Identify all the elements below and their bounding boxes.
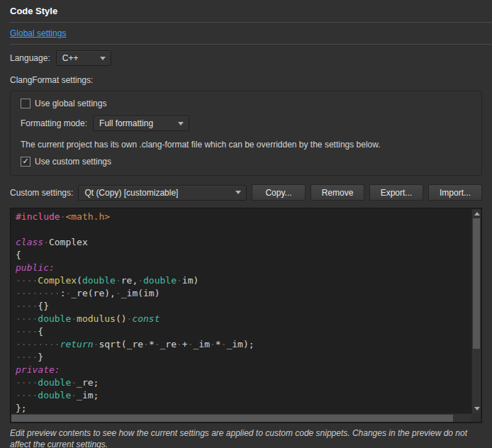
code-line: ····double·_re; [16,376,471,389]
export-button[interactable]: Export... [369,184,423,201]
scrollbar-corner [471,413,481,422]
preview-hint-text: Edit preview contents to see how the cur… [10,428,482,448]
code-preview-content[interactable]: #include·<math.h> class·Complex{public:·… [11,209,471,413]
code-line: }; [16,402,471,413]
vertical-scrollbar[interactable] [471,209,481,413]
chevron-down-icon [100,57,106,60]
code-line: class·Complex [16,236,471,249]
language-label: Language: [10,53,50,63]
formatting-mode-value: Full formatting [99,118,153,128]
language-select-value: C++ [62,53,79,63]
code-preview-editor[interactable]: #include·<math.h> class·Complex{public:·… [10,208,482,423]
code-line: ····} [16,351,471,364]
formatting-mode-row: Formatting mode: Full formatting [21,116,471,131]
code-line: ····Complex(double·re,·double·im) [16,274,471,287]
chevron-down-icon [178,122,184,125]
page-title: Code Style [10,6,482,16]
code-line: ········return·sqrt(_re·*·_re·+·_im·*·_i… [16,338,471,351]
language-row: Language: C++ [10,50,482,66]
code-line: ····{} [16,300,471,313]
chevron-down-icon [235,191,241,194]
vertical-scrollbar-thumb[interactable] [473,218,480,349]
divider [10,22,492,23]
checkbox-box[interactable]: ✓ [21,99,30,108]
code-line: ····double·modulus()·const [16,313,471,325]
custom-settings-value: Qt (Copy) [customizable] [84,188,178,198]
code-line [16,223,471,236]
scroll-down-icon[interactable] [472,404,481,413]
code-line: #include·<math.h> [16,211,471,223]
global-settings-link[interactable]: Global settings [10,28,66,38]
horizontal-scrollbar-thumb[interactable] [11,415,453,422]
language-select[interactable]: C++ [56,50,111,66]
divider [10,44,492,45]
code-style-panel: Code Style Global settings Language: C++… [0,0,492,448]
clangformat-section-label: ClangFormat settings: [10,75,482,85]
use-global-settings-checkbox[interactable]: ✓ Use global settings [21,99,471,108]
scroll-up-icon[interactable] [472,209,481,218]
checkbox-box[interactable]: ✓ [21,157,30,167]
custom-settings-label: Custom settings: [10,188,73,198]
clang-format-info-text: The current project has its own .clang-f… [21,140,471,150]
formatting-mode-label: Formatting mode: [21,118,87,128]
copy-button[interactable]: Copy... [252,184,306,201]
remove-button[interactable]: Remove [311,184,364,201]
checkmark-icon: ✓ [22,157,28,165]
code-line: public: [16,262,471,274]
use-global-settings-label: Use global settings [35,99,106,108]
import-button[interactable]: Import... [428,184,482,201]
custom-settings-select[interactable]: Qt (Copy) [customizable] [78,185,247,201]
custom-settings-row: Custom settings: Qt (Copy) [customizable… [10,184,482,201]
code-line: ····{ [16,325,471,338]
use-custom-settings-checkbox[interactable]: ✓ Use custom settings [21,157,471,167]
code-line: ········:·_re(re),·_im(im) [16,287,471,300]
use-custom-settings-label: Use custom settings [35,157,111,167]
code-line: { [16,249,471,262]
code-line: private: [16,364,471,376]
formatting-mode-select[interactable]: Full formatting [93,116,189,131]
horizontal-scrollbar[interactable] [11,413,471,422]
clangformat-groupbox: ✓ Use global settings Formatting mode: F… [10,91,482,176]
code-line: ····double·_im; [16,389,471,402]
